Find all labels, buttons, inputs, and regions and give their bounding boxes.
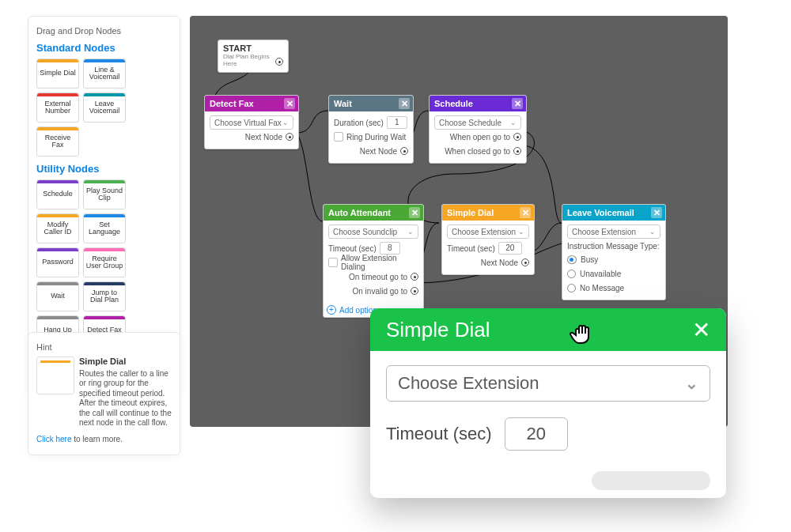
hint-learn-more-link[interactable]: Click here to learn more. [36, 435, 172, 443]
sd-timeout-input[interactable]: 20 [498, 242, 522, 255]
palette-simple-dial[interactable]: Simple Dial [36, 58, 79, 89]
standard-node-grid: Simple Dial Line & Voicemail External Nu… [36, 58, 172, 157]
schedule-closed-out[interactable] [513, 147, 521, 155]
wait-out[interactable] [400, 147, 408, 155]
palette-leave-voicemail[interactable]: Leave Voicemail [83, 92, 126, 123]
palette-modify-callerid[interactable]: Modify Caller ID [36, 213, 79, 243]
aa-timeout-input[interactable]: 8 [380, 242, 400, 255]
wait-title: Wait [334, 99, 352, 108]
node-wait[interactable]: Wait ✕ Duration (sec) 1 Ring During Wait… [328, 95, 414, 164]
node-auto-attendant[interactable]: Auto Attendant ✕ Choose Soundclip⌄ Timeo… [323, 204, 424, 318]
popup-timeout-input[interactable] [505, 417, 568, 451]
sd-title: Simple Dial [447, 208, 494, 217]
chevron-down-icon: ⌄ [685, 374, 698, 393]
palette-receive-fax[interactable]: Receive Fax [36, 126, 79, 157]
sd-ext-select[interactable]: Choose Extension⌄ [447, 224, 529, 239]
palette-wait[interactable]: Wait [36, 281, 79, 311]
node-simple-dial[interactable]: Simple Dial ✕ Choose Extension⌄ Timeout … [441, 204, 535, 275]
wait-close[interactable]: ✕ [399, 98, 410, 109]
aa-invalid-out[interactable] [411, 287, 418, 295]
lvm-radio-none[interactable] [567, 284, 576, 292]
schedule-select[interactable]: Choose Schedule⌄ [434, 115, 521, 130]
schedule-close[interactable]: ✕ [512, 98, 523, 109]
palette-password[interactable]: Password [36, 247, 79, 277]
lvm-radio-unavail[interactable] [567, 270, 576, 278]
aa-soundclip-select[interactable]: Choose Soundclip⌄ [328, 224, 418, 239]
palette-require-group[interactable]: Require User Group [83, 247, 126, 277]
aa-allow-ext-checkbox[interactable] [328, 258, 338, 267]
plus-icon: + [327, 305, 336, 315]
aa-title: Auto Attendant [328, 208, 391, 217]
popup-timeout-label: Timeout (sec) [386, 424, 492, 444]
lvm-title: Leave Voicemail [567, 208, 634, 217]
wait-ring-checkbox[interactable] [334, 132, 343, 141]
palette-line-voicemail[interactable]: Line & Voicemail [83, 58, 126, 89]
detect-fax-select[interactable]: Choose Virtual Fax⌄ [210, 115, 293, 130]
node-leave-voicemail[interactable]: Leave Voicemail ✕ Choose Extension⌄ Inst… [562, 204, 666, 300]
schedule-open-out[interactable] [513, 133, 521, 141]
palette-play-sound[interactable]: Play Sound Clip [83, 179, 126, 209]
hint-text: Simple Dial Routes the caller to a line … [79, 357, 172, 428]
detect-fax-out[interactable] [286, 133, 293, 141]
start-title: START [223, 43, 283, 53]
popup-extension-select[interactable]: Choose Extension ⌄ [386, 365, 710, 402]
section-standard: Standard Nodes [36, 42, 172, 54]
popup-action-placeholder [592, 471, 710, 490]
lvm-close[interactable]: ✕ [651, 207, 662, 218]
section-utility: Utility Nodes [36, 163, 172, 175]
palette-external-number[interactable]: External Number [36, 92, 79, 123]
palette-jump-dialplan[interactable]: Jump to Dial Plan [83, 281, 126, 311]
detect-fax-title: Detect Fax [210, 99, 254, 108]
palette-schedule[interactable]: Schedule [36, 179, 79, 209]
simple-dial-popup[interactable]: Simple Dial ✕ Choose Extension ⌄ Timeout… [370, 308, 726, 498]
lvm-type-label: Instruction Message Type: [567, 242, 660, 251]
sd-out[interactable] [521, 258, 529, 266]
hint-title: Simple Dial [79, 357, 172, 368]
hint-heading: Hint [36, 342, 172, 352]
aa-close[interactable]: ✕ [409, 207, 420, 218]
sd-close[interactable]: ✕ [520, 207, 531, 218]
wait-duration-input[interactable]: 1 [387, 116, 407, 129]
popup-close-button[interactable]: ✕ [692, 317, 710, 343]
hint-panel: Hint Simple Dial Routes the caller to a … [28, 332, 180, 455]
schedule-title: Schedule [434, 99, 473, 108]
palette-heading: Drag and Drop Nodes [36, 26, 172, 36]
aa-timeout-out[interactable] [411, 273, 418, 281]
hint-thumbnail [36, 357, 74, 394]
detect-fax-close[interactable]: ✕ [284, 98, 295, 109]
lvm-ext-select[interactable]: Choose Extension⌄ [567, 224, 660, 239]
palette-set-language[interactable]: Set Language [83, 213, 126, 243]
lvm-radio-busy[interactable] [567, 255, 577, 264]
node-schedule[interactable]: Schedule ✕ Choose Schedule⌄ When open go… [429, 95, 527, 164]
node-start[interactable]: START Dial Plan Begins Here [218, 40, 289, 73]
node-detect-fax[interactable]: Detect Fax ✕ Choose Virtual Fax⌄ Next No… [204, 95, 299, 149]
popup-title: Simple Dial [386, 318, 490, 342]
start-out-port[interactable] [275, 58, 283, 66]
